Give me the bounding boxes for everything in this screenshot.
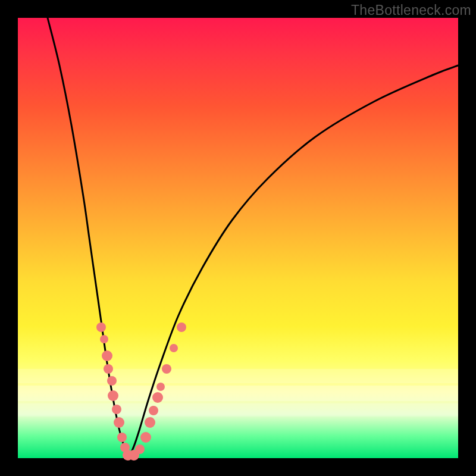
data-point xyxy=(96,322,106,332)
scatter-group xyxy=(96,322,186,461)
data-point xyxy=(140,432,151,443)
chart-frame: TheBottleneck.com xyxy=(0,0,476,476)
chart-svg xyxy=(18,18,458,458)
watermark-text: TheBottleneck.com xyxy=(351,2,471,18)
data-point xyxy=(102,350,112,361)
data-point xyxy=(170,344,178,352)
data-point xyxy=(162,364,171,374)
data-point xyxy=(149,406,158,415)
data-point xyxy=(152,392,163,403)
data-point xyxy=(156,383,165,391)
data-point xyxy=(108,390,118,401)
data-point xyxy=(177,322,186,332)
data-point xyxy=(107,376,117,386)
data-point xyxy=(112,405,121,414)
data-point xyxy=(114,417,124,428)
data-point xyxy=(145,417,155,428)
data-point xyxy=(100,335,108,343)
data-point xyxy=(117,433,127,442)
data-point xyxy=(104,364,113,374)
data-point xyxy=(135,444,145,454)
